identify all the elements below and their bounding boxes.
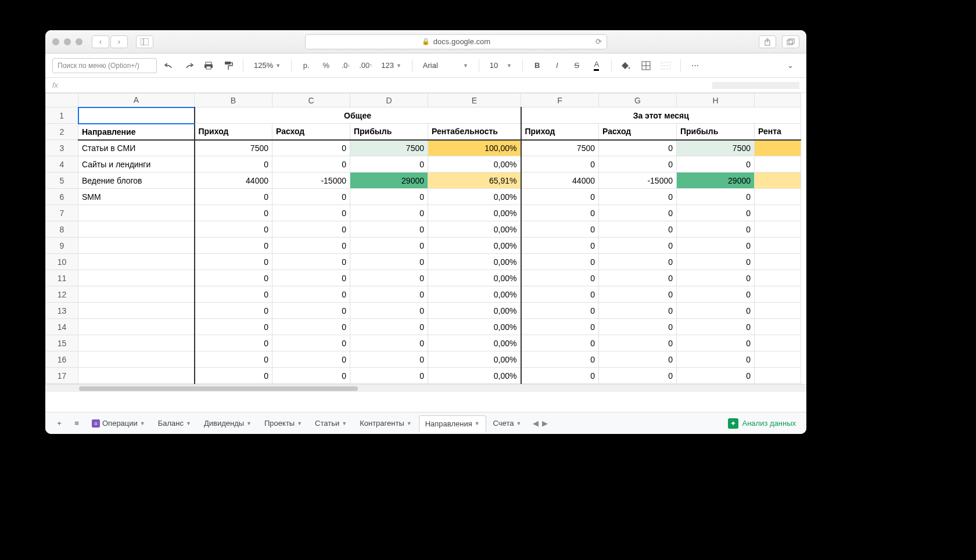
cell-E4[interactable]: 0,00% [428,156,521,173]
col-header-I[interactable] [755,94,801,107]
cell-F7[interactable]: 0 [521,205,599,221]
cell-I14[interactable] [755,319,801,335]
cell-H15[interactable]: 0 [677,335,755,351]
cell-E6[interactable]: 0,00% [428,189,521,205]
col-header-E[interactable]: E [428,94,521,107]
cell-E3[interactable]: 100,00% [428,140,521,156]
cell-A9[interactable] [78,238,195,254]
cell-C8[interactable]: 0 [272,221,350,238]
cell-I17[interactable] [755,368,801,384]
col-header-B[interactable]: B [195,94,272,107]
cell-D16[interactable]: 0 [350,351,428,368]
col-header-C[interactable]: C [272,94,350,107]
row-header-14[interactable]: 14 [46,319,78,335]
cell-A11[interactable] [78,270,195,286]
cell-H11[interactable]: 0 [677,270,755,286]
sheet-tab-dropdown[interactable]: ▼ [246,421,252,426]
all-sheets-button[interactable]: ≡ [69,415,85,432]
sheet-tab-dropdown[interactable]: ▼ [186,421,191,426]
zoom-select[interactable]: 125%▼ [250,58,284,73]
cell-D5[interactable]: 29000 [350,173,428,189]
cell-F9[interactable]: 0 [521,238,599,254]
cell-I7[interactable] [755,205,801,221]
row-header-3[interactable]: 3 [46,140,78,156]
sheet-tab-dropdown[interactable]: ▼ [342,421,347,426]
paint-format-button[interactable] [221,58,236,73]
text-color-button[interactable]: A [589,58,604,73]
cell-expense2-hdr[interactable]: Расход [599,124,677,140]
cell-H7[interactable]: 0 [677,205,755,221]
cell-A12[interactable] [78,286,195,303]
cell-I5[interactable] [755,173,801,189]
cell-B17[interactable]: 0 [195,368,272,384]
cell-C16[interactable]: 0 [272,351,350,368]
row-header-10[interactable]: 10 [46,254,78,270]
cell-B7[interactable]: 0 [195,205,272,221]
cell-G11[interactable]: 0 [599,270,677,286]
row-header-11[interactable]: 11 [46,270,78,286]
cell-B11[interactable]: 0 [195,270,272,286]
cell-C10[interactable]: 0 [272,254,350,270]
back-button[interactable]: ‹ [92,35,109,48]
cell-G13[interactable]: 0 [599,303,677,319]
cell-D17[interactable]: 0 [350,368,428,384]
cell-A17[interactable] [78,368,195,384]
font-select[interactable]: Arial▼ [419,58,472,73]
tabs-scroll-right[interactable]: ▶ [542,419,548,428]
cell-F8[interactable]: 0 [521,221,599,238]
cell-H17[interactable]: 0 [677,368,755,384]
col-header-G[interactable]: G [599,94,677,107]
cell-F3[interactable]: 7500 [521,140,599,156]
cell-D11[interactable]: 0 [350,270,428,286]
sheet-tab-dropdown[interactable]: ▼ [140,421,145,426]
cell-H5[interactable]: 29000 [677,173,755,189]
cell-E11[interactable]: 0,00% [428,270,521,286]
cell-D10[interactable]: 0 [350,254,428,270]
row-header-9[interactable]: 9 [46,238,78,254]
menu-search[interactable]: Поиск по меню (Option+/) [52,58,157,73]
cell-C17[interactable]: 0 [272,368,350,384]
cell-E10[interactable]: 0,00% [428,254,521,270]
cell-G16[interactable]: 0 [599,351,677,368]
cell-C11[interactable]: 0 [272,270,350,286]
cell-A8[interactable] [78,221,195,238]
tabs-scroll-left[interactable]: ◀ [533,419,539,428]
cell-A1[interactable] [78,107,195,124]
minimize-button[interactable] [64,38,71,45]
cell-D9[interactable]: 0 [350,238,428,254]
cell-C14[interactable]: 0 [272,319,350,335]
cell-B5[interactable]: 44000 [195,173,272,189]
cell-B16[interactable]: 0 [195,351,272,368]
cell-H10[interactable]: 0 [677,254,755,270]
row-header-5[interactable]: 5 [46,173,78,189]
reload-icon[interactable]: ⟳ [595,37,602,46]
sheet-tab-Баланс[interactable]: Баланс▼ [152,415,197,432]
row-header-1[interactable]: 1 [46,107,78,124]
italic-button[interactable]: I [550,58,565,73]
cell-A15[interactable] [78,335,195,351]
cell-A3[interactable]: Статьи в СМИ [78,140,195,156]
cell-E7[interactable]: 0,00% [428,205,521,221]
cell-B8[interactable]: 0 [195,221,272,238]
share-button[interactable] [759,35,776,48]
cell-H13[interactable]: 0 [677,303,755,319]
cell-E13[interactable]: 0,00% [428,303,521,319]
cell-D8[interactable]: 0 [350,221,428,238]
cell-F14[interactable]: 0 [521,319,599,335]
cell-F13[interactable]: 0 [521,303,599,319]
decrease-decimal-button[interactable]: .0↓ [338,58,353,73]
cell-E14[interactable]: 0,00% [428,319,521,335]
cell-H3[interactable]: 7500 [677,140,755,156]
sheet-tab-dropdown[interactable]: ▼ [475,421,480,426]
cell-A13[interactable] [78,303,195,319]
tabs-button[interactable] [782,35,799,48]
cell-expense-hdr[interactable]: Расход [272,124,350,140]
maximize-button[interactable] [76,38,82,45]
cell-I11[interactable] [755,270,801,286]
cell-D3[interactable]: 7500 [350,140,428,156]
cell-D4[interactable]: 0 [350,156,428,173]
cell-G9[interactable]: 0 [599,238,677,254]
cell-H9[interactable]: 0 [677,238,755,254]
cell-H6[interactable]: 0 [677,189,755,205]
cell-C7[interactable]: 0 [272,205,350,221]
